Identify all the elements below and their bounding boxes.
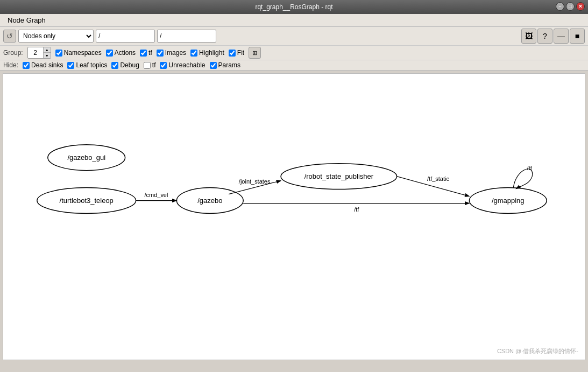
fit-checkbox[interactable] — [229, 50, 236, 57]
highlight-checkbox[interactable] — [190, 50, 197, 57]
leaf-topics-label: Leaf topics — [76, 61, 107, 69]
dead-sinks-checkbox[interactable] — [23, 62, 30, 69]
display-mode-dropdown[interactable]: Nodes onlyNodes/Topics (all)Nodes/Topics… — [18, 30, 94, 43]
namespaces-checkbox-label[interactable]: Namespaces — [55, 49, 102, 57]
cmd-vel-label: /cmd_vel — [145, 192, 168, 198]
app-menu-item[interactable]: Node Graph — [3, 15, 50, 25]
dead-sinks-label: Dead sinks — [31, 61, 63, 69]
fit-checkbox-label[interactable]: Fit — [229, 49, 244, 57]
turtlebot3-teleop-label: /turtlebot3_teleop — [60, 196, 114, 205]
fit-label: Fit — [237, 49, 244, 57]
window-title: rqt_graph__RosGraph - rqt — [255, 3, 332, 11]
graph-svg: /gazebo_gui /turtlebot3_teleop /gazebo /… — [3, 74, 585, 360]
images-checkbox-label[interactable]: Images — [157, 49, 186, 57]
debug-checkbox-label[interactable]: Debug — [111, 61, 139, 69]
toolbar-right-buttons: 🖼 ? — ■ — [521, 29, 585, 44]
group-spinbox[interactable]: ▲ ▼ — [27, 47, 51, 59]
images-checkbox[interactable] — [157, 50, 164, 57]
tf-checkbox[interactable] — [140, 50, 147, 57]
params-label: Params — [218, 61, 240, 69]
unreachable-label: Unreachable — [168, 61, 205, 69]
namespaces-checkbox[interactable] — [55, 50, 62, 57]
robot-state-publisher-label: /robot_state_publisher — [304, 172, 374, 180]
filter2-input[interactable] — [157, 30, 216, 43]
refresh-button[interactable]: ↺ — [3, 30, 16, 43]
window-controls: − □ ✕ — [556, 2, 585, 11]
filter1-input[interactable] — [96, 30, 155, 43]
actions-checkbox[interactable] — [106, 50, 113, 57]
menu-bar: Node Graph — [0, 14, 588, 27]
settings-button[interactable]: — — [554, 29, 569, 44]
debug-checkbox[interactable] — [111, 62, 118, 69]
unreachable-checkbox-label[interactable]: Unreachable — [160, 61, 205, 69]
group-label: Group: — [3, 49, 23, 57]
namespaces-label: Namespaces — [64, 49, 102, 57]
highlight-checkbox-label[interactable]: Highlight — [190, 49, 224, 57]
graph-canvas[interactable]: /gazebo_gui /turtlebot3_teleop /gazebo /… — [3, 73, 585, 360]
highlight-label: Highlight — [199, 49, 224, 57]
tf-hide-checkbox[interactable] — [144, 62, 151, 69]
params-checkbox[interactable] — [210, 62, 217, 69]
leaf-topics-checkbox-label[interactable]: Leaf topics — [67, 61, 107, 69]
tf-hide-checkbox-label[interactable]: tf — [144, 61, 156, 69]
images-label: Images — [165, 49, 186, 57]
toolbar-row1: ↺ Nodes onlyNodes/Topics (all)Nodes/Topi… — [0, 27, 588, 46]
hide-label: Hide: — [3, 61, 18, 69]
tf-hide-label: tf — [152, 61, 156, 69]
action-button[interactable]: ■ — [570, 29, 585, 44]
joint-states-label: /joint_states — [239, 178, 271, 185]
help-button[interactable]: ? — [537, 29, 552, 44]
leaf-topics-checkbox[interactable] — [67, 62, 74, 69]
tf-self-edge — [513, 169, 532, 189]
watermark: CSDN @·借我杀死腐绿的情怀- — [497, 347, 578, 355]
minimize-button[interactable]: − — [556, 2, 564, 11]
spinbox-arrows: ▲ ▼ — [43, 47, 51, 58]
toolbar-row3: Hide: Dead sinks Leaf topics Debug tf Un… — [0, 60, 588, 71]
title-bar: rqt_graph__RosGraph - rqt − □ ✕ — [0, 0, 588, 14]
tf-static-label: /tf_static — [427, 176, 449, 182]
group-value[interactable] — [28, 47, 43, 58]
tf-label: tf — [148, 49, 152, 57]
tf-self-label: /tf — [527, 165, 533, 171]
spinbox-down[interactable]: ▼ — [43, 53, 51, 58]
dead-sinks-checkbox-label[interactable]: Dead sinks — [23, 61, 63, 69]
screenshot-button[interactable]: 🖼 — [521, 29, 536, 44]
gazebo-gui-label: /gazebo_gui — [67, 153, 105, 162]
spinbox-up[interactable]: ▲ — [43, 47, 51, 53]
gazebo-label: /gazebo — [197, 196, 222, 205]
fit-button[interactable]: ⊞ — [249, 47, 261, 59]
params-checkbox-label[interactable]: Params — [210, 61, 240, 69]
tf-checkbox-label[interactable]: tf — [140, 49, 152, 57]
tf-main-label: /tf — [354, 206, 359, 213]
actions-checkbox-label[interactable]: Actions — [106, 49, 136, 57]
actions-label: Actions — [115, 49, 136, 57]
toolbar-row2: Group: ▲ ▼ Namespaces Actions tf Images … — [0, 46, 588, 60]
close-button[interactable]: ✕ — [576, 2, 585, 11]
unreachable-checkbox[interactable] — [160, 62, 167, 69]
debug-label: Debug — [120, 61, 139, 69]
gmapping-label: /gmapping — [492, 196, 525, 205]
maximize-button[interactable]: □ — [566, 2, 575, 11]
